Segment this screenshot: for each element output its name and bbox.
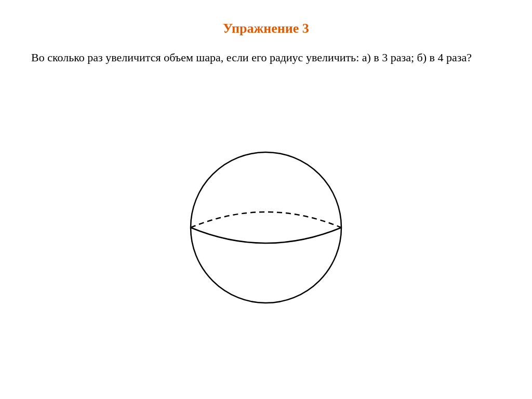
svg-point-0 xyxy=(191,152,341,303)
sphere-diagram xyxy=(183,144,349,311)
sphere-illustration xyxy=(31,76,501,378)
exercise-title: Упражнение 3 xyxy=(223,21,309,36)
problem-text: Во сколько раз увеличится объем шара, ес… xyxy=(31,49,501,66)
page: Упражнение 3 Во сколько раз увеличится о… xyxy=(0,0,532,399)
